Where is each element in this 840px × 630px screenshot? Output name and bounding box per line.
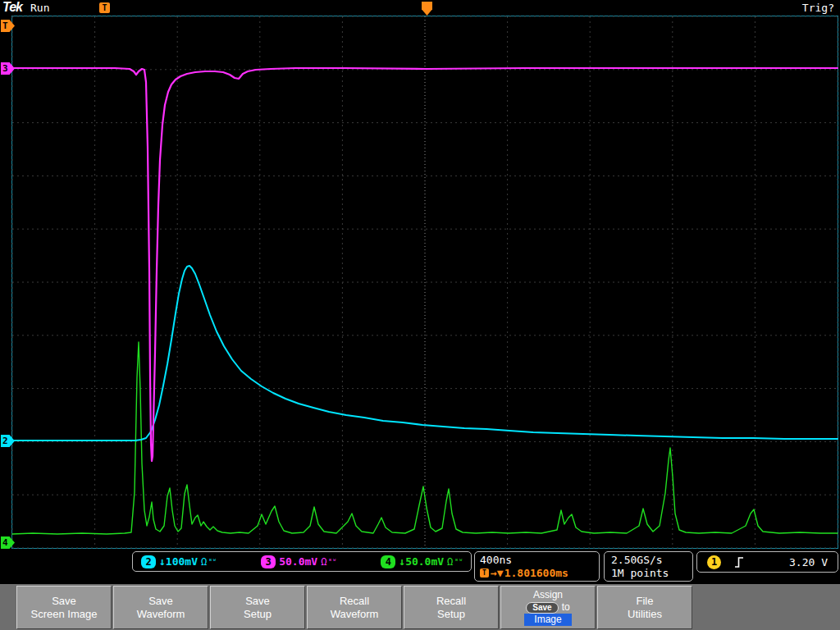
ch3-badge[interactable]: 3 bbox=[261, 555, 276, 568]
ch4-badge[interactable]: 4 bbox=[381, 555, 395, 568]
trigger-readout-box[interactable]: 1 3.20 V bbox=[696, 551, 838, 573]
button-line2: Setup bbox=[437, 608, 465, 621]
ch4-scale: ↓50.0mV bbox=[399, 555, 444, 568]
menu-button-recall-setup[interactable]: Recall Setup bbox=[404, 586, 499, 629]
ch4-coupling: Ω bbox=[447, 556, 453, 568]
button-line1: Recall bbox=[436, 595, 466, 608]
delay-value: 1.801600ms bbox=[504, 567, 568, 579]
menu-button-file-utilities[interactable]: File Utilities bbox=[597, 586, 692, 629]
button-line1: File bbox=[637, 595, 654, 608]
horizontal-readout-box[interactable]: 400ns T →▼ 1.801600ms bbox=[474, 551, 600, 582]
assign-label: Assign bbox=[533, 589, 563, 601]
button-line1: Save bbox=[52, 595, 76, 608]
button-line1: Save bbox=[148, 595, 173, 608]
top-status-bar: Tek Run T Trig? bbox=[0, 0, 840, 16]
trigger-position-t-icon[interactable]: T bbox=[99, 2, 110, 13]
ch2-readout[interactable]: 2 ↓100mV Ω ᴮᵂ bbox=[141, 555, 217, 568]
delay-readout: T →▼ 1.801600ms bbox=[480, 567, 594, 579]
ch4-bandwidth-icon: ᴮᵂ bbox=[454, 558, 463, 565]
channel-readouts-box: 2 ↓100mV Ω ᴮᵂ 3 50.0mV Ω ᴮᵂ 4 ↓50.0mV Ω … bbox=[132, 551, 472, 572]
acquisition-readout-box[interactable]: 2.50GS/s 1M points bbox=[604, 551, 693, 582]
ch2-badge[interactable]: 2 bbox=[141, 555, 156, 568]
timebase-scale: 400ns bbox=[480, 554, 594, 567]
ch3-readout[interactable]: 3 50.0mV Ω ᴮᵂ bbox=[261, 555, 336, 568]
ch2-scale: ↓100mV bbox=[159, 555, 198, 568]
ch2-coupling: Ω bbox=[201, 556, 207, 568]
button-line2: Screen Image bbox=[31, 608, 98, 621]
button-line2: Waveform bbox=[137, 608, 185, 621]
menu-button-assign-save-to-image[interactable]: Assign Save to Image bbox=[500, 586, 596, 629]
button-line2: Waveform bbox=[331, 608, 379, 621]
trigger-status: Trig? bbox=[802, 2, 834, 14]
bottom-menu-bar: Save Screen Image Save Waveform Save Set… bbox=[0, 584, 840, 630]
button-line1: Save bbox=[245, 595, 270, 608]
ch2-bandwidth-icon: ᴮᵂ bbox=[208, 558, 217, 565]
assign-to-text: to bbox=[562, 601, 570, 614]
record-length: 1M points bbox=[611, 567, 686, 580]
button-line1: Recall bbox=[340, 595, 369, 608]
ch3-scale: 50.0mV bbox=[279, 555, 317, 568]
assign-middle-row: Save to bbox=[526, 601, 569, 614]
delay-arrows-icon: →▼ bbox=[491, 567, 504, 579]
ch3-coupling: Ω bbox=[321, 556, 326, 568]
assign-target-image: Image bbox=[524, 614, 571, 626]
trigger-source-badge: 1 bbox=[707, 555, 721, 569]
menu-button-save-setup[interactable]: Save Setup bbox=[210, 586, 305, 629]
trigger-level-value: 3.20 V bbox=[789, 556, 828, 568]
ch3-bandwidth-icon: ᴮᵂ bbox=[328, 558, 336, 565]
button-line2: Setup bbox=[244, 608, 272, 621]
button-line2: Utilities bbox=[628, 608, 662, 621]
acquisition-status: Run bbox=[30, 2, 49, 14]
rising-edge-icon bbox=[734, 556, 744, 568]
ch4-readout[interactable]: 4 ↓50.0mV Ω ᴮᵂ bbox=[381, 555, 463, 568]
sample-rate: 2.50GS/s bbox=[611, 554, 686, 567]
menu-button-recall-waveform[interactable]: Recall Waveform bbox=[307, 586, 402, 629]
menu-button-save-waveform[interactable]: Save Waveform bbox=[113, 586, 208, 629]
graticule-display bbox=[11, 16, 838, 549]
menu-button-save-screen-image[interactable]: Save Screen Image bbox=[16, 586, 112, 629]
tek-logo: Tek bbox=[2, 0, 22, 15]
save-pill-badge: Save bbox=[526, 602, 558, 614]
trigger-t-icon: T bbox=[480, 568, 489, 578]
